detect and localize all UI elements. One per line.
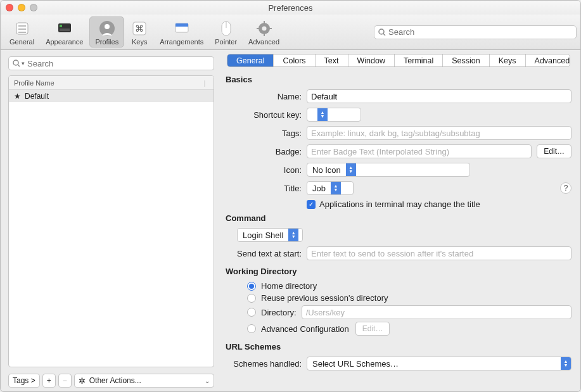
shortcut-label: Shortcut key:	[226, 110, 307, 120]
svg-point-21	[379, 29, 384, 34]
svg-text:⌘: ⌘	[135, 23, 144, 34]
updown-icon: ▲▼	[561, 357, 571, 370]
icon-combo[interactable]: No Icon ▲▼	[307, 163, 470, 177]
svg-line-22	[383, 34, 385, 35]
profile-tabs: General Colors Text Window Terminal Sess…	[227, 54, 570, 67]
svg-rect-6	[60, 28, 70, 31]
tab-terminal[interactable]: Terminal	[395, 54, 443, 66]
add-profile-button[interactable]: +	[42, 374, 56, 388]
tags-filter-button[interactable]: Tags >	[8, 374, 40, 388]
updown-icon: ▲▼	[288, 229, 298, 241]
minimize-window-icon[interactable]	[18, 4, 25, 11]
directory-radio[interactable]	[247, 308, 256, 317]
url-schemes-heading: URL Schemes	[226, 342, 571, 351]
command-heading: Command	[226, 213, 571, 223]
badge-field[interactable]	[307, 144, 532, 158]
toolbar-general[interactable]: General	[4, 17, 39, 47]
svg-line-24	[18, 65, 20, 66]
badge-label: Badge:	[226, 147, 307, 156]
svg-rect-2	[18, 28, 26, 30]
title-combo[interactable]: Job ▲▼	[307, 181, 354, 195]
command-combo[interactable]: Login Shell ▲▼	[237, 228, 303, 242]
tab-general[interactable]: General	[227, 54, 274, 66]
appearance-icon	[56, 20, 73, 37]
titlebar: Preferences	[1, 1, 580, 15]
basics-heading: Basics	[226, 75, 571, 84]
tags-label: Tags:	[226, 129, 307, 138]
svg-point-8	[105, 24, 110, 29]
toolbar: General Appearance Profiles ⌘ Keys Arran…	[1, 15, 580, 50]
remove-profile-button[interactable]: −	[58, 374, 72, 388]
help-button[interactable]: ?	[560, 182, 571, 194]
directory-field[interactable]	[302, 305, 571, 319]
profile-list-header[interactable]: Profile Name |	[9, 76, 214, 90]
updown-icon: ▲▼	[346, 163, 356, 176]
schemes-combo[interactable]: Select URL Schemes… ▲▼	[307, 357, 571, 370]
name-label: Name:	[226, 92, 307, 101]
reuse-session-radio[interactable]	[247, 294, 256, 303]
shortcut-combo[interactable]: ▲▼	[307, 108, 361, 122]
search-icon	[378, 28, 386, 36]
toolbar-search-input[interactable]	[388, 27, 572, 37]
toolbar-keys[interactable]: ⌘ Keys	[125, 17, 153, 47]
search-icon	[13, 60, 20, 67]
tab-advanced[interactable]: Advanced	[526, 54, 570, 66]
gear-icon	[255, 20, 273, 37]
window-title: Preferences	[268, 3, 312, 13]
profile-search-input[interactable]	[27, 59, 210, 68]
mouse-icon	[217, 20, 235, 37]
svg-point-16	[262, 27, 266, 31]
tab-text[interactable]: Text	[316, 54, 348, 66]
tab-colors[interactable]: Colors	[274, 54, 315, 66]
home-directory-radio[interactable]	[247, 282, 256, 291]
profiles-sidebar: ▾ Profile Name | ★ Default Tags > + − ✲ …	[1, 50, 219, 392]
toolbar-arrangements[interactable]: Arrangements	[155, 17, 208, 47]
chevron-down-icon: ⌄	[205, 377, 210, 384]
toolbar-advanced[interactable]: Advanced	[243, 17, 284, 47]
column-separator: |	[201, 79, 208, 87]
toolbar-profiles[interactable]: Profiles	[89, 16, 124, 47]
svg-point-23	[13, 60, 18, 65]
profile-icon	[98, 20, 116, 37]
send-text-label: Send text at start:	[226, 249, 307, 258]
chevron-down-icon: ▾	[22, 60, 25, 66]
profile-row-default[interactable]: ★ Default	[9, 90, 214, 102]
tab-window[interactable]: Window	[348, 54, 395, 66]
window-controls	[6, 4, 37, 11]
svg-rect-12	[176, 23, 188, 27]
icon-label: Icon:	[226, 165, 307, 175]
zoom-window-icon[interactable]	[30, 4, 37, 11]
slider-icon	[13, 20, 31, 37]
close-window-icon[interactable]	[6, 4, 13, 11]
updown-icon: ▲▼	[331, 182, 341, 194]
tags-field[interactable]	[307, 126, 571, 140]
profile-settings-pane: General Colors Text Window Terminal Sess…	[219, 50, 580, 392]
svg-rect-19	[257, 28, 260, 29]
workingdir-heading: Working Directory	[226, 267, 571, 276]
svg-rect-17	[264, 21, 265, 24]
svg-rect-20	[269, 28, 272, 29]
profile-list: Profile Name | ★ Default	[8, 75, 214, 367]
advanced-edit-button: Edit…	[355, 322, 390, 336]
profile-search[interactable]: ▾	[8, 56, 214, 70]
toolbar-pointer[interactable]: Pointer	[210, 17, 242, 47]
send-text-field[interactable]	[307, 246, 571, 260]
svg-rect-3	[18, 32, 26, 33]
name-field[interactable]	[307, 89, 571, 103]
svg-rect-5	[60, 25, 62, 27]
apps-change-title-checkbox[interactable]: ✓	[307, 200, 316, 209]
arrangements-icon	[173, 20, 191, 37]
updown-icon: ▲▼	[317, 108, 328, 121]
svg-rect-18	[264, 33, 265, 36]
tab-session[interactable]: Session	[443, 54, 489, 66]
title-label: Title:	[226, 184, 307, 193]
command-icon: ⌘	[131, 20, 148, 37]
apps-change-title-label: Applications in terminal may change the …	[319, 199, 480, 209]
toolbar-search[interactable]	[374, 25, 577, 39]
tab-keys[interactable]: Keys	[490, 54, 526, 66]
badge-edit-button[interactable]: Edit…	[537, 144, 571, 158]
other-actions-menu[interactable]: ✲ Other Actions... ⌄	[74, 374, 214, 388]
toolbar-appearance[interactable]: Appearance	[41, 17, 88, 47]
advanced-config-radio[interactable]	[247, 324, 256, 333]
svg-rect-1	[18, 25, 26, 27]
